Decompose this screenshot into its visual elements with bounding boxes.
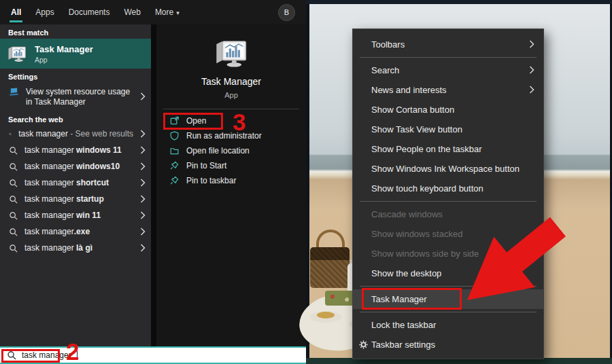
chevron-right-icon bbox=[529, 86, 534, 94]
chevron-right-icon bbox=[140, 179, 146, 187]
menu-separator bbox=[360, 57, 537, 58]
action-pin-to-start[interactable]: Pin to Start bbox=[156, 158, 306, 173]
user-avatar[interactable]: B bbox=[278, 4, 295, 21]
tab-apps[interactable]: Apps bbox=[35, 7, 54, 17]
search-tab-bar: All Apps Documents Web More▾ B bbox=[0, 0, 306, 24]
menu-item-cascade-windows: Cascade windows bbox=[353, 204, 543, 224]
task-manager-icon bbox=[7, 44, 27, 63]
search-icon bbox=[9, 228, 18, 236]
menu-item-show-people[interactable]: Show People on the taskbar bbox=[353, 139, 543, 159]
web-result-row[interactable]: task manager - See web results bbox=[0, 126, 151, 142]
search-icon bbox=[9, 244, 18, 253]
menu-item-toolbars[interactable]: Toolbars bbox=[353, 35, 543, 54]
menu-item-search[interactable]: Search bbox=[353, 60, 543, 80]
menu-item-show-cortana-button[interactable]: Show Cortana button bbox=[353, 100, 543, 120]
chevron-right-icon bbox=[140, 130, 146, 138]
chevron-right-icon bbox=[529, 40, 534, 48]
best-match-header: Best match bbox=[0, 24, 151, 39]
folder-icon bbox=[170, 146, 180, 156]
annotation-box-open bbox=[163, 113, 223, 130]
search-icon bbox=[9, 146, 18, 155]
menu-item-taskbar-settings[interactable]: Taskbar settings bbox=[353, 335, 543, 354]
annotation-box-search bbox=[1, 349, 60, 363]
column-divider bbox=[151, 24, 156, 346]
taskbar-context-menu: Toolbars Search News and interests Show … bbox=[352, 29, 544, 359]
action-run-as-administrator[interactable]: Run as administrator bbox=[156, 128, 306, 143]
search-results-column: Best match Task Manager App Settings Vie… bbox=[0, 24, 151, 346]
task-manager-icon-large bbox=[214, 38, 249, 68]
settings-result[interactable]: View system resource usage in Task Manag… bbox=[0, 83, 151, 111]
best-match-result[interactable]: Task Manager App bbox=[0, 39, 151, 69]
best-match-subtitle: App bbox=[35, 56, 93, 64]
search-body: Best match Task Manager App Settings Vie… bbox=[0, 24, 306, 346]
settings-header: Settings bbox=[0, 69, 151, 83]
system-settings-icon bbox=[9, 87, 19, 96]
windows-search-panel: All Apps Documents Web More▾ B Best matc… bbox=[0, 0, 306, 364]
suggestion-row[interactable]: task manager win 11 bbox=[0, 207, 151, 223]
photo-top-border bbox=[306, 0, 612, 4]
detail-app-subtitle: App bbox=[224, 91, 238, 99]
suggestion-row[interactable]: task manager startup bbox=[0, 191, 151, 207]
web-result-hint: - See web results bbox=[68, 129, 133, 139]
tab-more[interactable]: More▾ bbox=[155, 7, 180, 17]
suggestion-row[interactable]: task manager là gì bbox=[0, 240, 151, 256]
menu-separator bbox=[360, 201, 537, 202]
chevron-right-icon bbox=[140, 211, 146, 219]
suggestion-row[interactable]: task manager shortcut bbox=[0, 175, 151, 191]
annotation-box-task-manager bbox=[362, 288, 462, 310]
menu-item-show-task-view-button[interactable]: Show Task View button bbox=[353, 120, 543, 139]
tab-documents[interactable]: Documents bbox=[69, 7, 110, 17]
pin-icon bbox=[170, 176, 180, 185]
search-icon bbox=[9, 179, 18, 187]
search-icon bbox=[9, 195, 18, 204]
picnic-basket bbox=[310, 247, 350, 288]
tab-web[interactable]: Web bbox=[124, 7, 140, 17]
annotation-step-2: 2 bbox=[66, 340, 79, 363]
menu-separator bbox=[360, 312, 537, 312]
chevron-right-icon bbox=[140, 92, 146, 101]
chevron-down-icon: ▾ bbox=[176, 10, 180, 16]
suggestion-row[interactable]: task manager windows10 bbox=[0, 158, 151, 175]
detail-app-title: Task Manager bbox=[201, 76, 261, 87]
web-result-query: task manager bbox=[18, 129, 68, 139]
menu-item-show-windows-stacked: Show windows stacked bbox=[353, 224, 543, 244]
chevron-right-icon bbox=[140, 146, 146, 154]
chevron-right-icon bbox=[140, 162, 146, 170]
search-icon bbox=[9, 211, 18, 220]
suggestion-row[interactable]: task manager.exe bbox=[0, 223, 151, 240]
chevron-right-icon bbox=[529, 66, 534, 74]
action-open-file-location[interactable]: Open file location bbox=[156, 143, 306, 158]
chevron-right-icon bbox=[140, 244, 146, 252]
suggestion-row[interactable]: task manager windows 11 bbox=[0, 142, 151, 158]
chevron-right-icon bbox=[140, 228, 146, 236]
search-icon bbox=[9, 162, 18, 171]
shield-icon bbox=[170, 131, 180, 141]
gear-icon bbox=[359, 340, 368, 349]
chevron-right-icon bbox=[140, 195, 146, 203]
menu-item-task-manager[interactable]: Task Manager bbox=[353, 289, 543, 309]
screenshot-root: All Apps Documents Web More▾ B Best matc… bbox=[0, 0, 612, 364]
tab-all[interactable]: All bbox=[11, 7, 21, 17]
menu-item-news-and-interests[interactable]: News and interests bbox=[353, 80, 543, 100]
detail-separator bbox=[163, 109, 299, 109]
menu-item-show-ink-workspace-button[interactable]: Show Windows Ink Workspace button bbox=[353, 159, 543, 179]
menu-item-show-touch-keyboard-button[interactable]: Show touch keyboard button bbox=[353, 179, 543, 198]
search-icon bbox=[9, 130, 12, 139]
pin-icon bbox=[170, 161, 180, 170]
food bbox=[317, 312, 335, 318]
best-match-title: Task Manager bbox=[35, 44, 93, 54]
action-pin-to-taskbar[interactable]: Pin to taskbar bbox=[156, 173, 306, 188]
desktop-area: Toolbars Search News and interests Show … bbox=[306, 0, 612, 364]
settings-result-label: View system resource usage in Task Manag… bbox=[26, 87, 133, 107]
app-detail-panel: Task Manager App Open Run as administrat… bbox=[156, 24, 306, 346]
menu-item-lock-the-taskbar[interactable]: Lock the taskbar bbox=[353, 315, 543, 335]
search-the-web-header: Search the web bbox=[0, 111, 151, 126]
annotation-step-3: 3 bbox=[233, 110, 245, 134]
